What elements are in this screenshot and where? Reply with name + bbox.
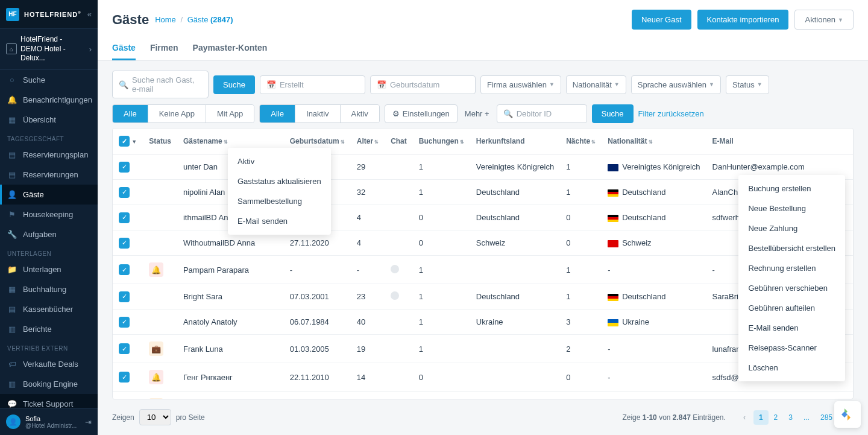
sidebar-collapse-icon[interactable]: « (87, 10, 92, 19)
status-dropdown[interactable]: Status▼ (726, 75, 769, 94)
filter-reset-link[interactable]: Filter zurücksetzen (638, 109, 704, 118)
cell-name[interactable]: Frank Luna (177, 335, 284, 363)
page-number[interactable]: 3 (783, 410, 798, 425)
logout-icon[interactable]: ⇥ (85, 418, 92, 427)
sort-icon: ⇅ (591, 139, 596, 145)
cell-nights: 1 (560, 180, 602, 205)
sprache-dropdown[interactable]: Sprache auswählen▼ (631, 75, 721, 94)
col-nationalitaet[interactable]: Nationalität⇅ (602, 129, 706, 154)
row-checkbox[interactable]: ✓ (119, 187, 130, 198)
action-menu-item[interactable]: Neue Zahlung (738, 218, 845, 238)
nav-aufgaben[interactable]: 🔧Aufgaben (0, 224, 98, 244)
seg2-alle[interactable]: Alle (260, 105, 295, 122)
help-widget[interactable] (834, 401, 861, 428)
nav-benachrichtigungen[interactable]: 🔔Benachrichtigungen7 (0, 90, 98, 110)
action-menu-item[interactable]: Buchung erstellen (738, 179, 845, 198)
col-alter[interactable]: Alter⇅ (351, 129, 385, 154)
action-menu-item[interactable]: E-Mail senden (738, 318, 845, 338)
nav-unterlagen[interactable]: 📁Unterlagen (0, 259, 98, 279)
tab-paymaster[interactable]: Paymaster-Konten (193, 37, 268, 60)
cell-name[interactable]: Генг Рнгкаенг (177, 363, 284, 392)
action-menu-item[interactable]: Löschen (738, 358, 845, 378)
cell-nights: 3 (560, 310, 602, 335)
row-checkbox[interactable]: ✓ (119, 238, 130, 249)
nav-gaeste[interactable]: 👤Gäste (0, 185, 98, 205)
seg2-inaktiv[interactable]: Inaktiv (295, 105, 341, 122)
nav-buchhaltung[interactable]: ▦Buchhaltung (0, 279, 98, 299)
action-menu-item[interactable]: Gebühren aufteilen (738, 298, 845, 318)
bulk-menu-item[interactable]: Sammelbestellung (228, 191, 331, 211)
breadcrumb-home[interactable]: Home (155, 15, 176, 24)
neuer-gast-button[interactable]: Neuer Gast (632, 10, 691, 30)
action-menu-item[interactable]: Rechnung erstellen (738, 258, 845, 278)
kontakte-importieren-button[interactable]: Kontakte importieren (697, 10, 789, 30)
cell-country: Deutschland (470, 180, 560, 205)
firma-dropdown[interactable]: Firma auswählen▼ (480, 75, 561, 94)
page-prev[interactable]: ‹ (738, 410, 751, 425)
search-input[interactable]: 🔍Suche nach Gast, e-mail (112, 71, 209, 98)
aktionen-dropdown[interactable]: Aktionen▼ (794, 10, 854, 30)
breadcrumb-current[interactable]: Gäste (187, 15, 209, 24)
tab-gaeste[interactable]: Gäste (112, 37, 136, 60)
select-all-checkbox[interactable]: ✓ (119, 136, 130, 147)
nationalitaet-dropdown[interactable]: Nationalität▼ (566, 75, 626, 94)
col-status[interactable]: Status (143, 129, 177, 154)
row-checkbox[interactable]: ✓ (119, 162, 130, 173)
cell-name[interactable]: Pampam Parapara (177, 256, 284, 284)
action-menu-item[interactable]: Reisepass-Scanner (738, 338, 845, 358)
nav-suche[interactable]: ○Suche (0, 70, 98, 90)
search-button[interactable]: Suche (213, 75, 255, 94)
mehr-button[interactable]: Mehr + (462, 105, 492, 122)
action-menu-item[interactable]: Bestellübersicht erstellen (738, 238, 845, 258)
cell-country: Vereinigtes Königreich (470, 154, 560, 180)
seg-keine-app[interactable]: Keine App (148, 105, 206, 122)
cell-age: - (351, 256, 385, 284)
row-checkbox[interactable]: ✓ (119, 317, 130, 328)
hotel-selector[interactable]: ⌂ HotelFriend - DEMO Hotel - Delux... › (0, 29, 98, 70)
col-naechte[interactable]: Nächte⇅ (560, 129, 602, 154)
geburtsdatum-date-input[interactable]: 📅Geburtsdatum (370, 75, 476, 94)
nav-booking-engine[interactable]: ▥Booking Engine (0, 374, 98, 394)
seg-alle[interactable]: Alle (113, 105, 148, 122)
cell-country (470, 256, 560, 284)
row-checkbox[interactable]: ✓ (119, 291, 130, 302)
col-buchungen[interactable]: Buchungen⇅ (413, 129, 470, 154)
page-number[interactable]: 2 (769, 410, 784, 425)
user-footer[interactable]: 👤 Sofia @Hotel Administr... ⇥ (0, 408, 98, 435)
tab-firmen[interactable]: Firmen (150, 37, 178, 60)
cell-name[interactable]: Anatoly Anatoly (177, 310, 284, 335)
nav-verkaufte-deals[interactable]: 🏷Verkaufte Deals (0, 354, 98, 374)
cell-name[interactable]: Montefiore-Benedictus Bob (177, 392, 284, 400)
nav-reservierungsplan[interactable]: ▤Reservierungsplan (0, 145, 98, 165)
search-button-2[interactable]: Suche (592, 104, 634, 123)
row-checkbox[interactable]: ✓ (119, 372, 130, 383)
nav-kassenbuecher[interactable]: ▤Kassenbücher (0, 299, 98, 319)
bulk-menu-item[interactable]: E-Mail senden (228, 211, 331, 231)
nav-reservierungen[interactable]: ▤Reservierungen (0, 165, 98, 185)
nav-berichte[interactable]: ▥Berichte (0, 319, 98, 339)
seg-mit-app[interactable]: Mit App (206, 105, 254, 122)
status-suitcase-icon: 💼 (149, 341, 163, 356)
status-bell-icon: 🔔 (149, 262, 163, 277)
debitor-id-input[interactable]: 🔍Debitor ID (497, 104, 587, 123)
row-checkbox[interactable]: ✓ (119, 343, 130, 354)
cell-name[interactable]: Bright Sara (177, 284, 284, 310)
bulk-menu-item[interactable]: Gaststatus aktualisieren (228, 171, 331, 191)
nav-uebersicht[interactable]: ▦Übersicht (0, 110, 98, 130)
page-number[interactable]: ... (798, 410, 815, 425)
action-menu-item[interactable]: Neue Bestellung (738, 198, 845, 218)
row-checkbox[interactable]: ✓ (119, 212, 130, 223)
action-menu-item[interactable]: Gebühren verschieben (738, 278, 845, 298)
page-number[interactable]: 1 (753, 410, 769, 425)
bulk-menu-toggle[interactable]: ▼ (131, 139, 137, 145)
row-checkbox[interactable]: ✓ (119, 264, 130, 275)
nav-housekeeping[interactable]: ⚑Housekeeping (0, 205, 98, 224)
bulk-menu-item[interactable]: Aktiv (228, 151, 331, 171)
seg2-aktiv[interactable]: Aktiv (341, 105, 379, 122)
einstellungen-button[interactable]: ⚙Einstellungen (385, 104, 458, 123)
nav-ticket-support[interactable]: 💬Ticket Support (0, 394, 98, 408)
status-bell-icon: 🔔 (149, 370, 163, 384)
per-page-select[interactable]: 10 (139, 409, 171, 425)
page-title: Gäste (112, 12, 149, 28)
erstellt-date-input[interactable]: 📅Erstellt (260, 75, 365, 94)
